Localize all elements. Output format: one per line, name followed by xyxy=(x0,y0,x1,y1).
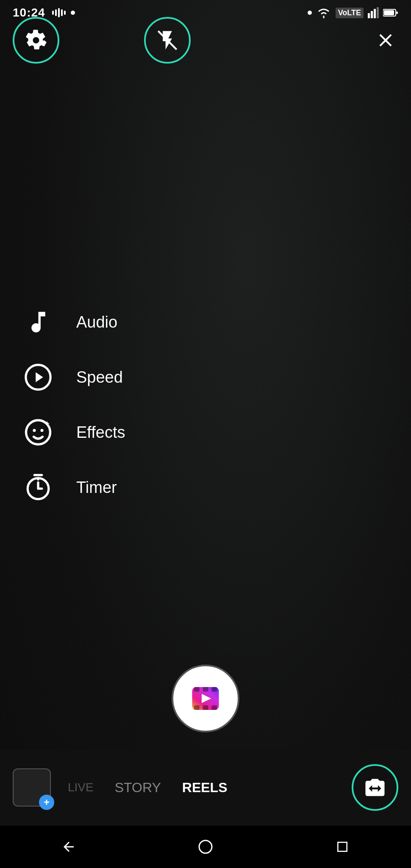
svg-rect-2 xyxy=(58,8,60,17)
svg-rect-11 xyxy=(396,11,398,14)
back-button[interactable] xyxy=(56,834,81,860)
close-button[interactable] xyxy=(373,28,398,53)
svg-rect-23 xyxy=(194,705,200,710)
svg-point-16 xyxy=(33,429,36,432)
recents-button[interactable] xyxy=(330,834,355,860)
android-nav-bar xyxy=(0,826,411,868)
flash-button[interactable] xyxy=(144,17,191,64)
notification-dot xyxy=(71,11,75,15)
svg-rect-3 xyxy=(61,9,63,16)
menu-item-speed[interactable]: Speed xyxy=(21,352,125,403)
close-icon xyxy=(375,30,396,51)
camera-mode-tabs: LIVE STORY REELS xyxy=(64,776,231,800)
svg-point-17 xyxy=(40,429,43,432)
svg-rect-0 xyxy=(52,11,54,15)
add-badge: + xyxy=(39,795,54,810)
reels-capture-button[interactable] xyxy=(172,665,239,732)
svg-rect-22 xyxy=(211,687,217,692)
flip-camera-icon xyxy=(364,776,386,799)
speed-icon xyxy=(23,362,53,392)
speed-icon-container xyxy=(21,360,55,394)
svg-rect-24 xyxy=(203,705,208,710)
top-controls xyxy=(0,17,411,64)
menu-item-audio[interactable]: Audio xyxy=(21,297,125,348)
volte-badge: VoLTE xyxy=(336,8,364,18)
svg-rect-20 xyxy=(194,687,200,692)
effects-icon-container xyxy=(21,415,55,449)
svg-rect-28 xyxy=(338,842,347,851)
svg-rect-1 xyxy=(55,9,57,16)
tab-reels[interactable]: REELS xyxy=(178,776,232,800)
menu-item-timer[interactable]: Timer xyxy=(21,462,125,513)
svg-marker-14 xyxy=(36,372,43,382)
tab-live[interactable]: LIVE xyxy=(64,776,98,798)
timer-icon-container xyxy=(21,470,55,504)
home-circle-icon xyxy=(198,839,213,854)
home-button[interactable] xyxy=(193,834,218,860)
tab-story[interactable]: STORY xyxy=(111,776,165,800)
timer-icon xyxy=(23,473,53,502)
audio-label: Audio xyxy=(76,313,117,331)
gallery-thumbnail[interactable]: + xyxy=(13,768,51,807)
svg-rect-21 xyxy=(203,687,208,692)
flash-off-icon xyxy=(156,29,178,51)
svg-point-27 xyxy=(199,840,212,853)
reels-logo-container xyxy=(178,671,233,726)
svg-rect-10 xyxy=(384,10,394,15)
settings-button[interactable] xyxy=(13,17,59,64)
effects-label: Effects xyxy=(76,423,125,442)
audio-icon-container xyxy=(21,305,55,339)
svg-rect-4 xyxy=(64,11,66,15)
flip-camera-button[interactable] xyxy=(352,764,398,811)
timer-label: Timer xyxy=(76,479,117,497)
sound-wave-icon xyxy=(52,8,66,17)
battery-icon xyxy=(383,8,398,17)
face-sparkle-icon xyxy=(23,417,53,448)
gear-icon xyxy=(25,29,47,51)
dot-indicator xyxy=(308,11,312,15)
status-icons xyxy=(52,8,75,17)
menu-list: Audio Speed Effects xyxy=(21,297,125,513)
recents-icon xyxy=(336,840,349,854)
music-note-icon xyxy=(25,307,52,337)
speed-label: Speed xyxy=(76,368,123,387)
bottom-bar: + LIVE STORY REELS xyxy=(0,749,411,826)
svg-rect-25 xyxy=(211,705,217,710)
back-icon xyxy=(61,839,76,854)
menu-item-effects[interactable]: Effects xyxy=(21,407,125,458)
reels-logo-icon xyxy=(186,679,225,718)
